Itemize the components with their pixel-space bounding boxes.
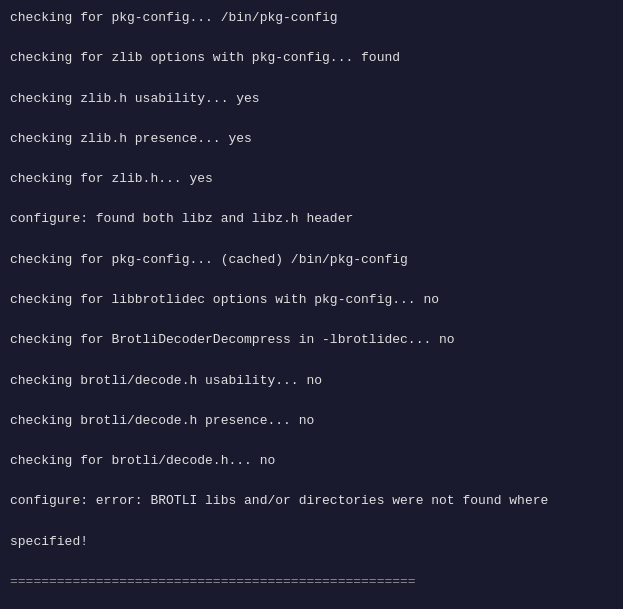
terminal-line: checking for zlib.h... yes (10, 169, 613, 189)
terminal-line: checking zlib.h usability... yes (10, 89, 613, 109)
terminal-line: configure: error: BROTLI libs and/or dir… (10, 491, 613, 511)
terminal-line: checking for brotli/decode.h... no (10, 451, 613, 471)
terminal-line: checking zlib.h presence... yes (10, 129, 613, 149)
terminal-line: configure: found both libz and libz.h he… (10, 209, 613, 229)
terminal-line: checking for pkg-config... (cached) /bin… (10, 250, 613, 270)
terminal-line: checking for libbrotlidec options with p… (10, 290, 613, 310)
terminal-line: specified! (10, 532, 613, 552)
terminal-line: checking brotli/decode.h usability... no (10, 371, 613, 391)
terminal-line: checking for BrotliDecoderDecompress in … (10, 330, 613, 350)
terminal-line: checking for pkg-config... /bin/pkg-conf… (10, 8, 613, 28)
terminal-line: ========================================… (10, 572, 613, 592)
terminal-output: checking for pkg-config... /bin/pkg-conf… (10, 8, 613, 609)
terminal-line: checking for zlib options with pkg-confi… (10, 48, 613, 68)
terminal-line: checking brotli/decode.h presence... no (10, 411, 613, 431)
